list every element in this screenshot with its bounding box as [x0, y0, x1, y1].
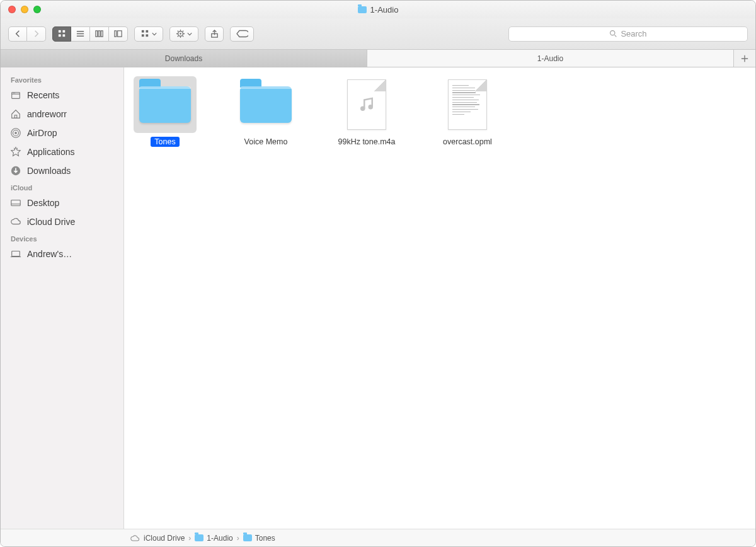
svg-rect-12 [146, 34, 148, 37]
sidebar-item-airdrop[interactable]: AirDrop [1, 124, 123, 142]
search-field[interactable]: Search [508, 26, 748, 42]
path-label: Tones [255, 534, 275, 543]
item-label: Tones [151, 137, 179, 147]
item-thumbnail [234, 76, 297, 133]
svg-rect-0 [58, 30, 60, 33]
search-placeholder: Search [621, 29, 646, 38]
file-item-overcast-opml[interactable]: overcast.opml [433, 76, 502, 147]
column-view-button[interactable] [90, 26, 109, 42]
sidebar-item-desktop[interactable]: Desktop [1, 193, 123, 212]
tab-label: Downloads [165, 54, 202, 63]
svg-rect-6 [101, 31, 103, 37]
file-item-voice-memo[interactable]: Voice Memo [231, 76, 301, 147]
recents-icon [9, 89, 22, 101]
sidebar-item-label: Recents [27, 90, 59, 100]
folder-icon [243, 534, 252, 541]
file-browser[interactable]: Tones Voice Memo 99kHz tone.m [124, 67, 755, 529]
item-thumbnail [134, 76, 197, 133]
folder-icon [195, 534, 203, 541]
chevron-right-icon: › [237, 534, 239, 543]
minimize-button[interactable] [21, 6, 28, 13]
view-buttons [52, 26, 128, 42]
close-button[interactable] [8, 6, 16, 13]
path-segment-tones[interactable]: Tones [243, 534, 275, 543]
svg-rect-8 [118, 31, 122, 37]
sidebar-item-label: Applications [27, 147, 75, 157]
forward-button[interactable] [27, 26, 46, 42]
sidebar-item-recents[interactable]: Recents [1, 86, 123, 105]
list-view-button[interactable] [71, 26, 90, 42]
svg-rect-1 [62, 30, 65, 33]
music-note-icon [357, 95, 376, 114]
path-segment-icloud[interactable]: iCloud Drive [130, 534, 185, 543]
svg-point-21 [14, 132, 17, 134]
svg-rect-26 [12, 251, 20, 256]
svg-rect-3 [62, 34, 65, 37]
item-thumbnail [335, 76, 398, 133]
svg-point-27 [360, 107, 365, 112]
sidebar-item-label: Downloads [27, 166, 71, 176]
sidebar-heading-devices: Devices [1, 231, 123, 245]
sidebar: Favorites Recents andreworr AirDrop Appl… [1, 67, 124, 529]
sidebar-heading-favorites: Favorites [1, 72, 123, 86]
folder-icon [240, 86, 292, 123]
item-label: Voice Memo [241, 137, 292, 147]
svg-rect-20 [14, 115, 17, 118]
svg-point-18 [13, 93, 14, 93]
item-thumbnail [436, 76, 499, 133]
text-file-icon [448, 79, 487, 130]
sidebar-item-downloads[interactable]: Downloads [1, 161, 123, 180]
traffic-lights [8, 6, 41, 13]
sidebar-item-applications[interactable]: Applications [1, 142, 123, 161]
search-icon [609, 30, 617, 38]
laptop-icon [9, 248, 22, 260]
path-segment-1-audio[interactable]: 1-Audio [195, 534, 232, 543]
svg-point-14 [180, 33, 181, 35]
tags-button[interactable] [230, 26, 254, 42]
desktop-icon [9, 197, 22, 209]
icon-grid: Tones Voice Memo 99kHz tone.m [130, 76, 749, 147]
new-tab-button[interactable] [734, 50, 755, 67]
item-label: 99kHz tone.m4a [334, 137, 399, 147]
tab-1-audio[interactable]: 1-Audio [367, 50, 734, 67]
svg-point-16 [610, 31, 615, 35]
tab-downloads[interactable]: Downloads [1, 50, 367, 67]
share-button[interactable] [205, 26, 224, 42]
item-label: overcast.opml [439, 137, 496, 147]
titlebar: 1-Audio [1, 1, 755, 18]
finder-window: 1-Audio [0, 0, 756, 547]
body: Favorites Recents andreworr AirDrop Appl… [1, 67, 755, 529]
gear-icon [176, 29, 185, 38]
svg-rect-7 [115, 31, 117, 37]
window-title-text: 1-Audio [370, 5, 399, 14]
gallery-view-button[interactable] [109, 26, 128, 42]
svg-rect-5 [98, 31, 100, 37]
downloads-icon [9, 164, 22, 177]
sidebar-item-label: iCloud Drive [27, 217, 75, 227]
airdrop-icon [9, 127, 22, 139]
sidebar-item-home[interactable]: andreworr [1, 105, 123, 124]
sidebar-item-icloud-drive[interactable]: iCloud Drive [1, 212, 123, 231]
sidebar-item-device[interactable]: Andrew's… [1, 245, 123, 263]
icon-view-button[interactable] [52, 26, 71, 42]
file-item-tones[interactable]: Tones [130, 76, 200, 147]
chevron-down-icon [187, 32, 192, 37]
tag-icon [236, 29, 248, 38]
svg-rect-4 [96, 31, 98, 37]
chevron-down-icon [152, 32, 157, 37]
back-button[interactable] [8, 26, 27, 42]
window-title: 1-Audio [1, 5, 755, 14]
share-icon [210, 29, 219, 38]
tab-bar: Downloads 1-Audio [1, 50, 755, 67]
svg-rect-10 [146, 30, 148, 33]
svg-rect-2 [58, 34, 60, 37]
action-button[interactable] [169, 26, 198, 42]
sidebar-item-label: Andrew's… [27, 249, 72, 259]
svg-rect-17 [12, 93, 20, 99]
toolbar: Search [1, 18, 755, 50]
group-by-button[interactable] [134, 26, 163, 42]
maximize-button[interactable] [33, 6, 41, 13]
svg-rect-25 [11, 200, 20, 206]
file-item-99khz-tone[interactable]: 99kHz tone.m4a [332, 76, 401, 147]
plus-icon [741, 55, 748, 62]
